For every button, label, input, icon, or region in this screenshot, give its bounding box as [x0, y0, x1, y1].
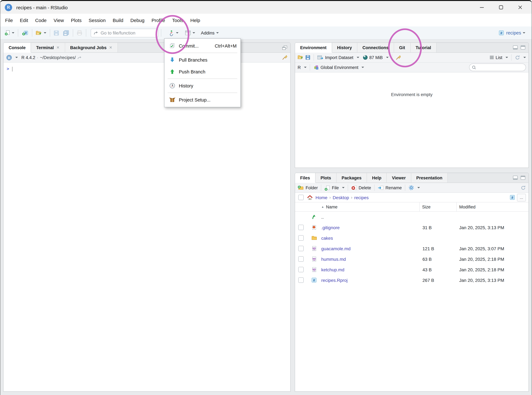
menu-plots[interactable]: Plots — [67, 17, 85, 23]
file-row-rproj[interactable]: R recipes.Rproj 267 B Jan 20, 2025, 3:13… — [295, 275, 528, 285]
open-directory-icon[interactable] — [77, 55, 82, 60]
open-file-button[interactable] — [35, 30, 47, 36]
column-modified[interactable]: Modified — [457, 204, 476, 209]
file-checkbox[interactable] — [298, 225, 304, 230]
menu-build[interactable]: Build — [109, 17, 127, 23]
home-icon[interactable] — [307, 195, 313, 200]
minimize-pane-icon[interactable] — [513, 176, 518, 180]
save-all-button[interactable] — [62, 30, 70, 36]
import-dataset-button[interactable]: Import Dataset — [325, 55, 353, 60]
file-row-hummus[interactable]: MD hummus.md 63 B Jan 20, 2025, 2:18 PM — [295, 254, 528, 264]
menu-item-pull-branches[interactable]: Pull Branches — [164, 54, 240, 66]
package-box-icon — [168, 97, 176, 103]
tab-environment[interactable]: Environment — [295, 43, 332, 52]
file-name-link[interactable]: .gitignore — [321, 225, 340, 230]
refresh-caret-icon — [523, 57, 526, 58]
menu-item-project-setup[interactable]: Project Setup... — [164, 94, 240, 106]
close-button[interactable] — [511, 1, 530, 14]
menu-session[interactable]: Session — [85, 17, 109, 23]
environment-search-input[interactable] — [469, 64, 526, 71]
minimize-pane-icon[interactable] — [513, 45, 518, 50]
breadcrumb-recipes[interactable]: recipes — [354, 195, 369, 200]
tab-console[interactable]: Console — [4, 43, 31, 52]
files-more-options-icon[interactable] — [408, 185, 414, 191]
new-file-icon — [5, 30, 10, 36]
save-workspace-icon[interactable] — [305, 55, 310, 60]
file-name-link[interactable]: recipes.Rproj — [321, 278, 348, 283]
file-name-link[interactable]: cakes — [321, 236, 333, 241]
breadcrumb-desktop[interactable]: Desktop — [332, 195, 349, 200]
file-checkbox[interactable] — [298, 235, 304, 241]
save-button[interactable] — [53, 30, 60, 36]
close-terminal-icon[interactable]: ✕ — [56, 45, 60, 50]
new-folder-button[interactable]: Folder — [306, 185, 318, 190]
new-file-button[interactable]: File — [332, 185, 339, 190]
memory-usage-button[interactable]: 87 MiB — [369, 55, 383, 60]
menu-item-push-branch[interactable]: Push Branch — [164, 66, 240, 77]
menu-debug[interactable]: Debug — [127, 17, 148, 23]
addins-button[interactable]: Addins — [199, 30, 220, 35]
restore-pane-icon[interactable] — [282, 45, 287, 50]
file-row-guacamole[interactable]: MD guacamole.md 121 B Jan 20, 2025, 3:07… — [295, 243, 528, 254]
file-name-link[interactable]: ketchup.md — [321, 267, 344, 272]
column-size[interactable]: Size — [420, 204, 431, 209]
tab-files[interactable]: Files — [295, 173, 316, 183]
files-ellipsis-button[interactable]: ... — [517, 194, 526, 201]
global-environment-selector[interactable]: Global Environment — [321, 65, 358, 70]
maximize-pane-icon[interactable] — [521, 45, 526, 50]
project-menu-button[interactable]: R recipes — [499, 30, 529, 36]
close-background-jobs-icon[interactable]: ✕ — [109, 45, 112, 50]
clear-console-icon[interactable] — [282, 55, 288, 60]
menu-file[interactable]: File — [2, 17, 16, 23]
menu-code[interactable]: Code — [32, 17, 50, 23]
refresh-environment-icon[interactable] — [515, 55, 520, 60]
print-button[interactable] — [76, 30, 83, 35]
menu-item-history[interactable]: History — [164, 80, 240, 92]
file-checkbox[interactable] — [298, 267, 304, 272]
tab-terminal[interactable]: Terminal✕ — [31, 43, 65, 52]
delete-file-button[interactable]: Delete — [359, 185, 371, 190]
select-all-checkbox[interactable] — [298, 195, 304, 200]
menu-view[interactable]: View — [50, 17, 67, 23]
r-logo-icon[interactable]: R — [6, 55, 12, 60]
files-breadcrumb-row: Home › Desktop › recipes R ... — [295, 193, 528, 202]
tab-presentation[interactable]: Presentation — [411, 173, 448, 183]
r-version-caret-icon[interactable] — [15, 57, 18, 58]
file-name-link[interactable]: hummus.md — [321, 257, 346, 262]
console-input-area[interactable]: > — [4, 63, 290, 391]
rename-file-button[interactable]: Rename — [385, 185, 402, 190]
breadcrumb-home[interactable]: Home — [316, 195, 327, 200]
new-file-caret-icon — [342, 187, 344, 188]
file-row-gitignore[interactable]: .gitignore 31 B Jan 20, 2025, 3:13 PM — [295, 222, 528, 233]
tab-help[interactable]: Help — [367, 173, 387, 183]
file-row-cakes[interactable]: cakes — [295, 233, 528, 243]
tab-packages[interactable]: Packages — [337, 173, 367, 183]
file-row-ketchup[interactable]: MD ketchup.md 43 B Jan 20, 2025, 2:18 PM — [295, 264, 528, 275]
column-name[interactable]: Name — [326, 204, 338, 209]
maximize-pane-icon[interactable] — [521, 176, 526, 180]
file-name-link[interactable]: .. — [321, 214, 324, 219]
new-file-button[interactable] — [4, 30, 15, 36]
list-view-button[interactable]: List — [496, 55, 502, 60]
minimize-button[interactable] — [472, 1, 491, 14]
tab-plots[interactable]: Plots — [316, 173, 337, 183]
file-row-updir[interactable]: .. — [295, 212, 528, 222]
file-checkbox[interactable] — [298, 277, 304, 283]
tab-background-jobs[interactable]: Background Jobs✕ — [65, 43, 118, 52]
new-project-button[interactable]: R — [21, 30, 29, 36]
file-name-link[interactable]: guacamole.md — [321, 246, 351, 251]
menu-help[interactable]: Help — [187, 17, 204, 23]
file-checkbox[interactable] — [298, 246, 304, 251]
file-checkbox[interactable] — [298, 256, 304, 262]
language-selector[interactable]: R — [298, 65, 301, 70]
refresh-files-icon[interactable] — [521, 185, 526, 190]
tab-viewer[interactable]: Viewer — [387, 173, 411, 183]
new-file-caret-icon — [12, 32, 14, 33]
maximize-button[interactable] — [491, 1, 511, 14]
load-workspace-icon[interactable] — [298, 55, 304, 60]
console-tabstrip: Console Terminal✕ Background Jobs✕ — [4, 43, 290, 53]
tab-history[interactable]: History — [332, 43, 357, 52]
menu-edit[interactable]: Edit — [16, 17, 32, 23]
console-toolbar: R R 4.4.2 · ~/Desktop/recipes/ — [4, 53, 290, 63]
goto-file-function-input[interactable]: Go to file/function — [91, 28, 158, 37]
